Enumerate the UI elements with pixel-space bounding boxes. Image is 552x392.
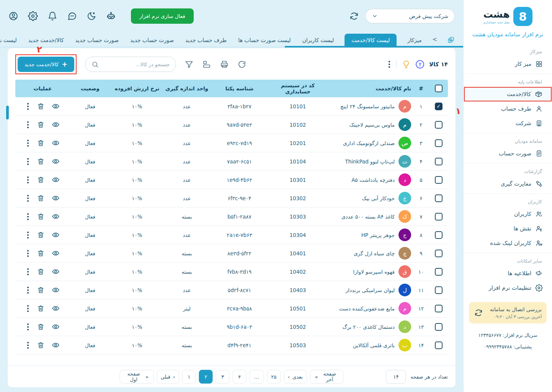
sidebar-item-person[interactable]: طرف حساب [464,101,552,116]
row-trash-icon[interactable] [37,249,45,257]
tab-4[interactable]: طرف حساب جدید [185,34,227,47]
row-eye-icon[interactable] [52,268,60,276]
next-page[interactable]: بعدی‹ [284,370,307,384]
row-kebab-menu-icon[interactable] [26,249,30,258]
help-icon[interactable]: ? [416,60,424,69]
row-trash-icon[interactable] [37,194,45,202]
row-trash-icon[interactable] [37,102,45,110]
row-trash-icon[interactable] [37,212,45,220]
sidebar-item-package[interactable]: کالا/خدمت [464,87,552,101]
row-kebab-menu-icon[interactable] [26,139,30,148]
tabs-scroll-right-chevron[interactable]: < [432,36,437,47]
new-item-button[interactable]: + کالا/خدمت جدید [18,57,74,72]
company-select[interactable]: شرکت پیش فرض [365,9,455,23]
sync-icon[interactable] [349,11,359,21]
row-eye-icon[interactable] [52,341,60,349]
gear-icon[interactable] [28,11,38,21]
row-eye-icon[interactable] [52,121,60,129]
restore-tabs-icon[interactable] [447,36,455,44]
user-icon[interactable] [8,11,18,21]
row-trash-icon[interactable] [37,268,45,276]
row-checkbox[interactable] [435,305,443,312]
row-kebab-menu-icon[interactable] [26,120,30,129]
row-eye-icon[interactable] [52,323,60,331]
row-kebab-menu-icon[interactable] [26,212,30,221]
row-kebab-menu-icon[interactable] [26,267,30,276]
row-eye-icon[interactable] [52,231,60,239]
row-checkbox[interactable] [435,139,443,147]
search-input[interactable] [102,62,170,67]
row-eye-icon[interactable] [52,286,60,294]
refresh-icon[interactable] [237,60,247,69]
sidebar-item-user-link[interactable]: کاربران لینک شده [464,236,552,250]
page-۳[interactable]: ۳ [216,370,230,384]
sidebar-item-building[interactable]: شرکت [464,116,552,131]
bell-icon[interactable] [47,11,57,21]
row-eye-icon[interactable] [52,212,60,220]
row-checkbox[interactable] [435,158,443,165]
tab-3[interactable]: لیست صورت حساب ها [237,34,291,47]
row-checkbox[interactable] [435,341,443,349]
row-trash-icon[interactable] [37,286,45,294]
row-trash-icon[interactable] [37,121,45,129]
sidebar-item-grid[interactable]: میز کار [464,57,552,71]
row-kebab-menu-icon[interactable] [26,230,30,240]
robot-icon[interactable] [106,11,116,21]
activate-software-button[interactable]: فعال سازی نرم افزار [131,8,194,24]
sync-icon[interactable] [474,308,483,317]
page-۱[interactable]: ۱ [182,370,196,384]
sidebar-item-user-key[interactable]: نقش ها [464,221,552,236]
row-checkbox[interactable]: ✓ [435,103,443,110]
tab-7[interactable]: کالا/خدمت جدید [28,34,65,47]
select-all-checkbox[interactable] [435,85,443,92]
sidebar-item-megaphone[interactable]: اطلاعیه ها [464,266,552,281]
row-trash-icon[interactable] [37,176,45,184]
scroll-indicator[interactable] [6,106,9,119]
row-kebab-menu-icon[interactable] [26,341,30,350]
tab-5[interactable]: صورت حساب جدید [129,34,175,47]
sidebar-item-users[interactable]: کاربران [464,207,552,221]
row-eye-icon[interactable] [52,157,60,165]
row-kebab-menu-icon[interactable] [26,157,30,166]
row-checkbox[interactable] [435,176,443,184]
row-checkbox[interactable] [435,213,443,220]
filter-icon[interactable] [185,60,194,69]
row-trash-icon[interactable] [37,139,45,147]
tab-2[interactable]: لیست کاربران [302,34,335,47]
row-eye-icon[interactable] [52,102,60,110]
search-icon[interactable] [91,61,99,68]
row-kebab-menu-icon[interactable] [26,102,30,111]
row-eye-icon[interactable] [52,304,60,312]
per-page-select[interactable]: ۱۴ [386,370,406,384]
printer-icon[interactable] [220,60,229,69]
row-checkbox[interactable] [435,268,443,276]
row-checkbox[interactable] [435,286,443,294]
first-page[interactable]: »صفحه اول [120,370,154,384]
row-checkbox[interactable] [435,250,443,257]
sidebar-item-gear[interactable]: تنظیمات نرم افزار [464,281,552,295]
cards-view-icon[interactable] [202,60,211,69]
kebab-menu-icon[interactable] [387,60,391,69]
row-checkbox[interactable] [435,121,443,129]
pages-ellipsis[interactable]: … [250,370,264,384]
page-۲۵[interactable]: ۲۵ [267,370,281,384]
row-checkbox[interactable] [435,323,443,331]
row-eye-icon[interactable] [52,139,60,147]
row-kebab-menu-icon[interactable] [26,304,30,313]
row-eye-icon[interactable] [52,249,60,257]
row-checkbox[interactable] [435,231,443,239]
row-trash-icon[interactable] [37,323,45,331]
row-eye-icon[interactable] [52,194,60,202]
row-eye-icon[interactable] [52,176,60,184]
row-trash-icon[interactable] [37,231,45,239]
tab-0[interactable]: میزکار [407,34,422,47]
tab-1[interactable]: لیست کالا/خدمت [345,34,397,47]
row-trash-icon[interactable] [37,304,45,312]
tab-8[interactable]: لیست نقش ها [0,34,18,47]
row-trash-icon[interactable] [37,341,45,349]
row-kebab-menu-icon[interactable] [26,175,30,185]
row-trash-icon[interactable] [37,157,45,165]
lightbulb-icon[interactable] [402,60,411,69]
row-kebab-menu-icon[interactable] [26,194,30,203]
row-kebab-menu-icon[interactable] [26,322,30,332]
